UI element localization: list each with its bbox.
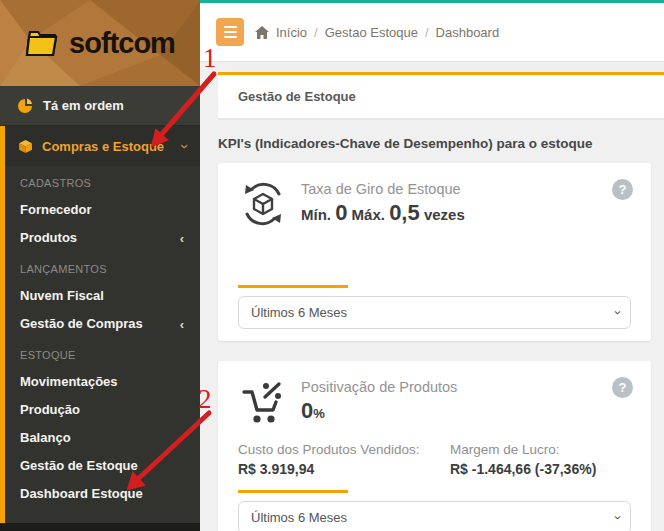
sidebar-item-label: Dashboard Estoque (20, 486, 143, 501)
sidebar-item-label: Fornecedor (20, 202, 92, 217)
period-select-value: Últimos 6 Meses (251, 305, 347, 320)
max-label: Máx. (352, 206, 385, 223)
min-label: Mín. (301, 206, 331, 223)
card-stats: Custo dos Produtos Vendidos: R$ 3.919,94… (238, 442, 631, 477)
hamburger-menu-button[interactable] (216, 18, 244, 46)
kpi-card-positivacao: Positivação de Produtos 0% ? Custo dos P… (218, 361, 651, 531)
period-select[interactable]: Últimos 6 Meses ‹ (238, 296, 631, 329)
breadcrumb-gestao-estoque[interactable]: Gestao Estoque (325, 25, 418, 40)
kpi-section-heading: KPI's (Indicadores-Chave de Desempenho) … (218, 136, 664, 151)
card-value: Mín. 0 Máx. 0,5 vezes (301, 200, 465, 226)
cube-icon (18, 139, 33, 154)
help-icon[interactable]: ? (612, 377, 633, 398)
sidebar-item-label: Nuvem Fiscal (20, 288, 104, 303)
min-value: 0 (335, 200, 347, 225)
hamburger-bar (224, 26, 237, 28)
sidebar-item-balanco[interactable]: Balanço (5, 424, 200, 452)
value-unit: vezes (424, 206, 465, 223)
app-window: softcom Tá em ordem Compras e Estoque ‹ … (0, 0, 664, 531)
sidebar-item-label: Gestão de Estoque (20, 458, 138, 473)
main-area: Início / Gestao Estoque / Dashboard Gest… (200, 0, 664, 531)
sidebar-section-lancamentos: LANÇAMENTOS (5, 256, 200, 282)
percentage-unit: % (313, 406, 325, 421)
stat-value: R$ -1.464,66 (-37,36%) (450, 461, 662, 477)
percentage-value: 0 (301, 398, 313, 423)
sidebar-menu: Compras e Estoque ‹ CADASTROS Fornecedor… (0, 126, 200, 523)
sidebar-item-label: Produção (20, 402, 80, 417)
stat-label: Custo dos Produtos Vendidos: (238, 442, 450, 457)
sidebar-footer (0, 523, 200, 531)
card-title: Taxa de Giro de Estoque (301, 181, 465, 197)
sidebar-item-dashboard-estoque[interactable]: Dashboard Estoque (5, 480, 200, 508)
sidebar-item-nuvem-fiscal[interactable]: Nuvem Fiscal (5, 282, 200, 310)
sidebar-item-label: Compras e Estoque (42, 139, 164, 154)
chevron-left-icon: ‹ (180, 232, 184, 245)
kpi-card-taxa-de-giro: Taxa de Giro de Estoque Mín. 0 Máx. 0,5 … (218, 163, 651, 341)
sidebar-item-fornecedor[interactable]: Fornecedor (5, 196, 200, 224)
pie-chart-icon (17, 98, 33, 114)
breadcrumb-home[interactable]: Início (276, 25, 307, 40)
breadcrumb-separator: / (314, 25, 318, 40)
max-value: 0,5 (389, 200, 420, 225)
chevron-left-icon: ‹ (180, 318, 184, 331)
chevron-down-icon: ‹ (175, 144, 190, 149)
sidebar-item-movimentacoes[interactable]: Movimentações (5, 368, 200, 396)
breadcrumb-separator: / (425, 25, 429, 40)
shopping-cart-icon (238, 377, 288, 427)
period-select-value: Últimos 6 Meses (251, 510, 347, 525)
sidebar-item-gestao-de-estoque[interactable]: Gestão de Estoque (5, 452, 200, 480)
brand-logo: softcom (0, 0, 200, 86)
sidebar-section-cadastros: CADASTROS (5, 170, 200, 196)
brand-name: softcom (69, 27, 175, 60)
hamburger-bar (224, 36, 237, 38)
sidebar-item-producao[interactable]: Produção (5, 396, 200, 424)
breadcrumb-dashboard[interactable]: Dashboard (436, 25, 500, 40)
hamburger-bar (224, 31, 237, 33)
sidebar-item-label: Movimentações (20, 374, 118, 389)
help-icon[interactable]: ? (612, 179, 633, 200)
chevron-down-icon: ‹ (609, 515, 622, 519)
sidebar-item-label: Balanço (20, 430, 71, 445)
sidebar-item-label: Tá em ordem (43, 98, 124, 113)
sidebar-item-ta-em-ordem[interactable]: Tá em ordem (0, 86, 200, 126)
top-bar: Início / Gestao Estoque / Dashboard (200, 3, 664, 62)
page-title: Gestão de Estoque (238, 89, 644, 104)
accent-underline (238, 285, 348, 288)
sidebar-item-label: Produtos (20, 230, 77, 245)
stat-label: Margem de Lucro: (450, 442, 662, 457)
page-title-panel: Gestão de Estoque (218, 72, 664, 119)
period-select[interactable]: Últimos 6 Meses ‹ (238, 501, 631, 531)
sidebar-item-produtos[interactable]: Produtos ‹ (5, 224, 200, 252)
sidebar: softcom Tá em ordem Compras e Estoque ‹ … (0, 0, 200, 531)
home-icon (255, 26, 269, 39)
sidebar-item-label: Gestão de Compras (20, 316, 143, 331)
sidebar-item-compras-e-estoque[interactable]: Compras e Estoque ‹ (5, 126, 200, 166)
accent-underline (238, 490, 348, 493)
stat-value: R$ 3.919,94 (238, 461, 450, 477)
stat-custo-produtos-vendidos: Custo dos Produtos Vendidos: R$ 3.919,94 (238, 442, 450, 477)
folder-icon (25, 28, 63, 58)
chevron-down-icon: ‹ (609, 310, 622, 314)
card-title: Positivação de Produtos (301, 379, 457, 395)
stat-margem-de-lucro: Margem de Lucro: R$ -1.464,66 (-37,36%) (450, 442, 662, 477)
inventory-turnover-icon (238, 179, 288, 229)
sidebar-item-gestao-de-compras[interactable]: Gestão de Compras ‹ (5, 310, 200, 338)
card-value: 0% (301, 398, 457, 424)
breadcrumb: Início / Gestao Estoque / Dashboard (255, 25, 499, 40)
sidebar-section-estoque: ESTOQUE (5, 342, 200, 368)
